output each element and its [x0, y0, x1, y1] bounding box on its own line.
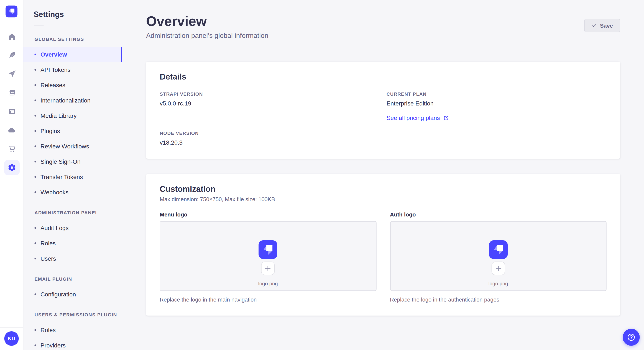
settings-nav-item-transfer-tokens[interactable]: Transfer Tokens — [24, 169, 122, 184]
settings-nav-item-label: Overview — [40, 51, 67, 58]
settings-nav-item-roles[interactable]: Roles — [24, 322, 122, 338]
nav-deploy[interactable] — [0, 121, 24, 140]
auth-logo-upload-block: Auth logo logo.png Replace the logo in t… — [390, 211, 606, 304]
bullet-icon — [34, 161, 36, 163]
strapi-logo-preview — [259, 240, 278, 259]
home-icon — [8, 32, 16, 41]
page-subtitle: Administration panel’s global informatio… — [146, 31, 620, 41]
menu-logo-label: Menu logo — [160, 211, 376, 219]
settings-nav-item-label: Plugins — [40, 128, 60, 134]
title-divider — [34, 25, 44, 26]
settings-nav-item-label: Internationalization — [40, 97, 90, 104]
bullet-icon — [34, 293, 36, 295]
bullet-icon — [34, 191, 36, 193]
main-content: Overview Administration panel’s global i… — [122, 0, 644, 350]
pricing-plans-link[interactable]: See all pricing plans — [386, 114, 449, 122]
nav-home[interactable] — [0, 27, 24, 46]
bullet-icon — [34, 258, 36, 259]
logo-dropzone[interactable]: logo.png — [160, 221, 376, 291]
logo-caption: Replace the logo in the authentication p… — [390, 296, 606, 304]
rail-bottom-divider — [0, 328, 23, 328]
help-button[interactable] — [623, 329, 640, 346]
logo-dropzone[interactable]: logo.png — [390, 221, 606, 291]
logo-caption: Replace the logo in the main navigation — [160, 296, 376, 304]
settings-nav-item-roles[interactable]: Roles — [24, 236, 122, 251]
bullet-icon — [34, 69, 36, 71]
settings-nav-item-users[interactable]: Users — [24, 251, 122, 266]
bullet-icon — [34, 146, 36, 147]
nav-content-manager[interactable] — [0, 46, 24, 65]
settings-nav-section: ADMINISTRATION PANEL Audit Logs Roles Us… — [24, 209, 122, 266]
bullet-icon — [34, 227, 36, 229]
external-link-icon — [444, 115, 449, 121]
settings-section-label-users-permissions-plugin: USERS & PERMISSIONS PLUGIN — [34, 311, 122, 318]
bullet-icon — [34, 100, 36, 101]
bullet-icon — [34, 345, 36, 346]
settings-nav-item-review-workflows[interactable]: Review Workflows — [24, 139, 122, 154]
nav-marketplace[interactable] — [0, 140, 24, 158]
add-logo-button[interactable] — [261, 262, 275, 275]
settings-section-label-global-settings: GLOBAL SETTINGS — [34, 36, 122, 42]
customization-card-title: Customization — [160, 184, 606, 194]
settings-nav-section: EMAIL PLUGIN Configuration — [24, 276, 122, 302]
settings-nav-item-single-sign-on[interactable]: Single Sign-On — [24, 154, 122, 169]
layout-icon — [8, 107, 16, 116]
nav-settings[interactable] — [0, 158, 24, 177]
settings-nav-item-label: Releases — [40, 82, 66, 88]
customization-card: Customization Max dimension: 750×750, Ma… — [146, 174, 620, 316]
settings-nav-item-api-tokens[interactable]: API Tokens — [24, 62, 122, 77]
settings-nav-item-media-library[interactable]: Media Library — [24, 108, 122, 123]
settings-nav-item-label: Users — [40, 255, 56, 262]
settings-nav-item-providers[interactable]: Providers — [24, 338, 122, 350]
settings-nav-item-configuration[interactable]: Configuration — [24, 287, 122, 302]
customization-subtitle: Max dimension: 750×750, Max file size: 1… — [160, 196, 606, 203]
send-icon — [8, 70, 16, 78]
settings-nav-item-label: Audit Logs — [40, 224, 68, 231]
settings-sidebar: Settings GLOBAL SETTINGS Overview API To… — [24, 0, 122, 350]
settings-nav-item-plugins[interactable]: Plugins — [24, 123, 122, 139]
bullet-icon — [34, 176, 36, 178]
bullet-icon — [34, 115, 36, 117]
question-mark-icon — [626, 333, 636, 342]
strapi-glyph-icon — [6, 5, 18, 17]
logo-filename: logo.png — [488, 281, 508, 287]
bullet-icon — [34, 130, 36, 132]
settings-nav-item-audit-logs[interactable]: Audit Logs — [24, 220, 122, 236]
strapi-logo-preview — [489, 240, 508, 259]
settings-nav-section: GLOBAL SETTINGS Overview API Tokens Rele… — [24, 36, 122, 200]
strapi-workspace-logo[interactable] — [6, 5, 18, 17]
nav-releases[interactable] — [0, 65, 24, 83]
add-logo-button[interactable] — [492, 262, 505, 275]
strapi-admin-app: KD Settings GLOBAL SETTINGS Overview API… — [0, 0, 644, 350]
settings-nav-item-releases[interactable]: Releases — [24, 77, 122, 93]
strapi-glyph-icon — [259, 240, 278, 259]
details-card-title: Details — [160, 72, 606, 82]
current-plan-field: CURRENT PLAN Enterprise Edition See all … — [386, 91, 606, 122]
user-avatar[interactable]: KD — [4, 331, 19, 346]
plus-icon — [265, 265, 271, 271]
save-button[interactable]: Save — [584, 19, 620, 32]
settings-nav-item-label: Review Workflows — [40, 143, 89, 150]
gear-icon — [8, 163, 16, 172]
settings-section-label-administration-panel: ADMINISTRATION PANEL — [34, 209, 122, 216]
details-card: Details STRAPI VERSION v5.0.0-rc.19 CURR… — [146, 62, 620, 159]
cart-icon — [8, 145, 16, 153]
nav-media-library[interactable] — [0, 83, 24, 102]
nav-content-type-builder[interactable] — [0, 102, 24, 121]
bullet-icon — [34, 329, 36, 331]
settings-nav-item-webhooks[interactable]: Webhooks — [24, 184, 122, 200]
settings-nav-item-label: Transfer Tokens — [40, 174, 83, 180]
bullet-icon — [34, 54, 36, 55]
settings-nav-item-label: Roles — [40, 240, 56, 247]
node-version-field: NODE VERSION v18.20.3 — [160, 130, 380, 147]
settings-section-label-email-plugin: EMAIL PLUGIN — [34, 276, 122, 282]
plus-icon — [495, 265, 501, 271]
settings-nav-item-overview[interactable]: Overview — [24, 47, 122, 62]
settings-nav-item-label: Providers — [40, 342, 66, 349]
strapi-version-field: STRAPI VERSION v5.0.0-rc.19 — [160, 91, 380, 122]
settings-nav-item-internationalization[interactable]: Internationalization — [24, 93, 122, 108]
strapi-glyph-icon — [489, 240, 508, 259]
check-icon — [592, 23, 596, 28]
page-title: Overview — [146, 0, 620, 30]
settings-sidebar-title: Settings — [34, 9, 122, 19]
